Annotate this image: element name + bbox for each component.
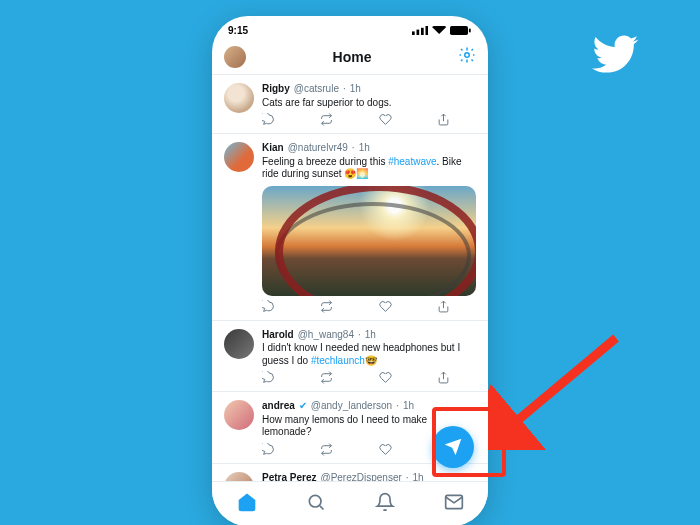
tweet[interactable]: Harold @h_wang84 · 1h I didn't know I ne… — [212, 321, 488, 393]
like-icon[interactable] — [379, 371, 392, 384]
retweet-icon[interactable] — [320, 371, 333, 384]
like-icon[interactable] — [379, 113, 392, 126]
like-icon[interactable] — [379, 443, 392, 456]
app-header: Home — [212, 40, 488, 75]
mail-icon — [444, 492, 464, 512]
status-indicators — [412, 26, 472, 35]
avatar[interactable] — [224, 329, 254, 359]
user-handle[interactable]: @naturelvr49 — [288, 142, 348, 155]
user-handle[interactable]: @andy_landerson — [311, 400, 392, 413]
like-icon[interactable] — [379, 300, 392, 313]
nav-notifications[interactable] — [375, 492, 395, 516]
tweet[interactable]: Rigby @catsrule · 1h Cats are far superi… — [212, 75, 488, 134]
phone-frame: 9:15 Home Rigby @catsru — [212, 16, 488, 525]
annotation-arrow-icon — [488, 330, 628, 450]
share-icon[interactable] — [437, 300, 450, 313]
timestamp: 1h — [359, 142, 370, 155]
search-icon — [306, 492, 326, 512]
share-icon[interactable] — [437, 113, 450, 126]
status-time: 9:15 — [228, 25, 248, 36]
avatar[interactable] — [224, 142, 254, 172]
nav-messages[interactable] — [444, 492, 464, 516]
top-tweets-sparkle-icon[interactable] — [458, 46, 476, 68]
display-name[interactable]: Harold — [262, 329, 294, 342]
avatar[interactable] — [224, 400, 254, 430]
user-handle[interactable]: @catsrule — [294, 83, 339, 96]
user-handle[interactable]: @h_wang84 — [298, 329, 354, 342]
retweet-icon[interactable] — [320, 300, 333, 313]
svg-rect-0 — [412, 31, 415, 35]
timestamp: 1h — [365, 329, 376, 342]
nav-search[interactable] — [306, 492, 326, 516]
svg-point-6 — [465, 53, 470, 58]
tweet-media[interactable] — [262, 186, 476, 296]
reply-icon[interactable] — [262, 300, 275, 313]
tweet-actions — [262, 371, 450, 384]
nav-home[interactable] — [237, 492, 257, 516]
bottom-nav — [212, 481, 488, 525]
retweet-icon[interactable] — [320, 113, 333, 126]
display-name[interactable]: Rigby — [262, 83, 290, 96]
tweet-text: Cats are far superior to dogs. — [262, 97, 476, 110]
display-name[interactable]: andrea — [262, 400, 295, 413]
display-name[interactable]: Kian — [262, 142, 284, 155]
tweet-text: Feeling a breeze during this #heatwave. … — [262, 156, 476, 181]
retweet-icon[interactable] — [320, 443, 333, 456]
bell-icon — [375, 492, 395, 512]
svg-rect-5 — [469, 28, 471, 32]
reply-icon[interactable] — [262, 371, 275, 384]
tweet-text: I didn't know I needed new headphones bu… — [262, 342, 476, 367]
home-icon — [237, 492, 257, 512]
status-bar: 9:15 — [212, 16, 488, 40]
compose-tweet-button[interactable] — [432, 426, 474, 468]
tweet-actions — [262, 443, 450, 456]
timeline-feed[interactable]: Rigby @catsrule · 1h Cats are far superi… — [212, 75, 488, 487]
svg-rect-2 — [421, 27, 424, 34]
timestamp: 1h — [350, 83, 361, 96]
avatar[interactable] — [224, 83, 254, 113]
signal-icon — [412, 26, 428, 35]
svg-rect-1 — [416, 29, 419, 34]
twitter-bird-icon — [592, 30, 640, 82]
svg-point-7 — [309, 495, 321, 507]
wifi-icon — [432, 26, 446, 35]
hashtag-link[interactable]: #techlaunch — [311, 355, 365, 366]
tweet-actions — [262, 113, 450, 126]
verified-badge-icon: ✔ — [299, 400, 307, 413]
reply-icon[interactable] — [262, 443, 275, 456]
timestamp: 1h — [403, 400, 414, 413]
reply-icon[interactable] — [262, 113, 275, 126]
profile-avatar[interactable] — [224, 46, 246, 68]
battery-icon — [450, 26, 472, 35]
svg-rect-3 — [425, 26, 428, 35]
compose-icon — [443, 437, 463, 457]
tweet-actions — [262, 300, 450, 313]
svg-rect-4 — [450, 26, 468, 35]
tweet[interactable]: Kian @naturelvr49 · 1h Feeling a breeze … — [212, 134, 488, 321]
hashtag-link[interactable]: #heatwave — [388, 156, 436, 167]
share-icon[interactable] — [437, 371, 450, 384]
page-title: Home — [333, 49, 372, 65]
